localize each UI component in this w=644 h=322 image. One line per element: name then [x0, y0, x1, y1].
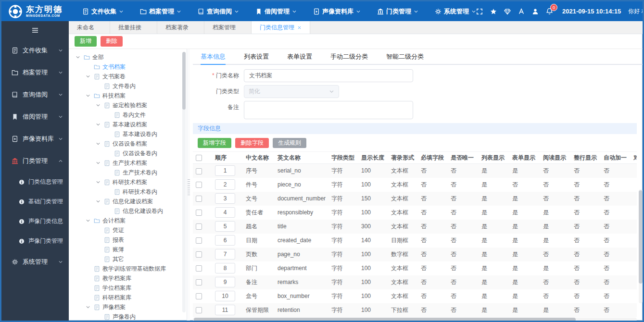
chevron-down-icon[interactable]: [96, 199, 101, 204]
remark-textarea[interactable]: [244, 101, 413, 119]
tree-node[interactable]: 生产技术档案: [69, 158, 190, 168]
star-icon[interactable]: [490, 8, 497, 15]
sidebar-item[interactable]: 声像资料库: [1, 128, 69, 150]
chevron-down-icon[interactable]: [76, 55, 81, 60]
chevron-down-icon[interactable]: [86, 218, 91, 223]
row-checkbox[interactable]: [196, 279, 202, 285]
tree-node[interactable]: 科技档案: [69, 91, 190, 100]
order-input[interactable]: 4: [215, 207, 235, 218]
detail-tab[interactable]: 列表设置: [244, 49, 269, 64]
chevron-down-icon[interactable]: [96, 141, 101, 146]
work-tab[interactable]: 档案管理: [204, 21, 252, 34]
sidebar-item[interactable]: 系统管理: [1, 251, 69, 273]
work-tab[interactable]: 门类信息管理: [252, 21, 310, 34]
category-type-select[interactable]: 简化: [244, 85, 339, 98]
detail-tab[interactable]: 手动二级分类: [330, 49, 368, 64]
sidebar-item[interactable]: 借阅管理: [1, 106, 69, 128]
category-name-input[interactable]: [244, 69, 413, 82]
font-size-icon[interactable]: [518, 8, 525, 15]
work-tab[interactable]: 未命名: [69, 21, 110, 34]
tree-node[interactable]: 学位档案库: [69, 283, 190, 293]
top-nav-item[interactable]: 档案管理: [140, 7, 181, 16]
row-checkbox[interactable]: [196, 168, 202, 174]
sidebar-subitem[interactable]: 声像门类管理: [1, 231, 69, 251]
tree-node[interactable]: 其它: [69, 254, 190, 264]
row-checkbox[interactable]: [196, 251, 202, 258]
row-checkbox[interactable]: [196, 196, 202, 202]
tree-node[interactable]: 声像档案: [69, 302, 190, 312]
tree-node[interactable]: 账簿: [69, 245, 190, 254]
top-nav-item[interactable]: 门类管理: [377, 7, 418, 16]
tree-node[interactable]: 凭证: [69, 225, 190, 235]
generate-rule-button[interactable]: 生成规则: [273, 138, 306, 148]
close-icon[interactable]: [297, 25, 302, 30]
sidebar-collapse-button[interactable]: [1, 21, 69, 39]
tree-node[interactable]: 报表: [69, 235, 190, 245]
tree-node[interactable]: 文件卷内: [69, 81, 190, 91]
sidebar-item[interactable]: 文件收集: [1, 39, 69, 62]
sidebar-subitem[interactable]: 基础门类管理: [1, 192, 69, 211]
tree-node[interactable]: 教学训练管理基础数据库: [69, 264, 190, 273]
tree-node[interactable]: 仪器设备档案: [69, 139, 190, 149]
top-nav-item[interactable]: 系统管理: [435, 7, 476, 16]
work-tab[interactable]: 档案著录: [157, 21, 204, 34]
row-checkbox[interactable]: [196, 182, 202, 188]
tree-node[interactable]: 仪器设备卷内: [69, 149, 190, 158]
tree-node[interactable]: 鉴定检验档案: [69, 100, 190, 110]
top-nav-item[interactable]: 文件收集: [82, 7, 124, 16]
table-horizontal-scrollbar[interactable]: [193, 318, 637, 321]
work-tab[interactable]: 批量挂接: [110, 21, 157, 34]
remove-field-button[interactable]: 删除字段: [235, 138, 269, 148]
tree-node[interactable]: 科研技术档案: [69, 177, 190, 187]
tree-node[interactable]: 科研档案库: [69, 293, 190, 302]
sidebar-subitem[interactable]: 门类信息管理: [1, 172, 69, 192]
order-input[interactable]: 11: [215, 305, 235, 315]
sidebar-item-category[interactable]: 门类管理: [1, 150, 69, 172]
sidebar-item[interactable]: 查询借阅: [1, 84, 69, 106]
order-input[interactable]: 6: [215, 235, 235, 246]
add-button[interactable]: 新增: [75, 36, 97, 46]
row-checkbox[interactable]: [196, 210, 202, 216]
order-input[interactable]: 8: [215, 263, 235, 273]
row-checkbox[interactable]: [196, 293, 202, 299]
bell-icon[interactable]: 0: [546, 8, 553, 15]
delete-button[interactable]: 删除: [101, 36, 123, 46]
order-input[interactable]: 3: [215, 193, 235, 204]
tree-node[interactable]: 卷内文件: [69, 110, 190, 120]
chevron-down-icon[interactable]: [96, 122, 101, 127]
tree-node[interactable]: 生产技术卷内: [69, 168, 190, 177]
order-input[interactable]: 2: [215, 179, 235, 190]
sidebar-item[interactable]: 档案管理: [1, 62, 69, 84]
tree-node[interactable]: 教学档案库: [69, 273, 190, 283]
top-nav-item[interactable]: 查询借阅: [198, 7, 239, 16]
tree-node[interactable]: 文书案卷: [69, 72, 190, 81]
tree-node[interactable]: 会计档案: [69, 216, 190, 225]
row-checkbox[interactable]: [196, 223, 202, 230]
tree-node[interactable]: 文书档案: [69, 62, 190, 72]
panel-splitter[interactable]: [187, 49, 190, 321]
chevron-down-icon[interactable]: [86, 74, 91, 79]
chevron-down-icon[interactable]: [86, 305, 91, 310]
order-input[interactable]: 5: [215, 221, 235, 232]
sidebar-subitem[interactable]: 声像门类信息: [1, 211, 69, 231]
detail-tab[interactable]: 表单设置: [287, 49, 312, 64]
tree-scrollbar[interactable]: [182, 52, 186, 312]
select-all-checkbox[interactable]: [196, 155, 202, 161]
tree-node[interactable]: 科研技术卷内: [69, 187, 190, 197]
row-checkbox[interactable]: [196, 265, 202, 272]
order-input[interactable]: 10: [215, 291, 235, 301]
row-checkbox[interactable]: [196, 237, 202, 244]
chevron-down-icon[interactable]: [96, 103, 101, 108]
row-checkbox[interactable]: [196, 307, 202, 313]
detail-tab[interactable]: 智能二级分类: [386, 49, 424, 64]
tree-node[interactable]: 信息化建设卷内: [69, 206, 190, 216]
user-icon[interactable]: [532, 8, 539, 15]
detail-tab[interactable]: 基本信息: [201, 49, 226, 64]
tree-node[interactable]: 声像卷内: [69, 312, 190, 321]
fullscreen-icon[interactable]: [476, 8, 483, 15]
tree-node[interactable]: 基本建设卷内: [69, 129, 190, 139]
chevron-down-icon[interactable]: [96, 161, 101, 165]
chevron-down-icon[interactable]: [96, 180, 101, 185]
tree-node[interactable]: 全部: [69, 52, 190, 62]
user-greeting[interactable]: 你好 杨标: [628, 7, 644, 15]
